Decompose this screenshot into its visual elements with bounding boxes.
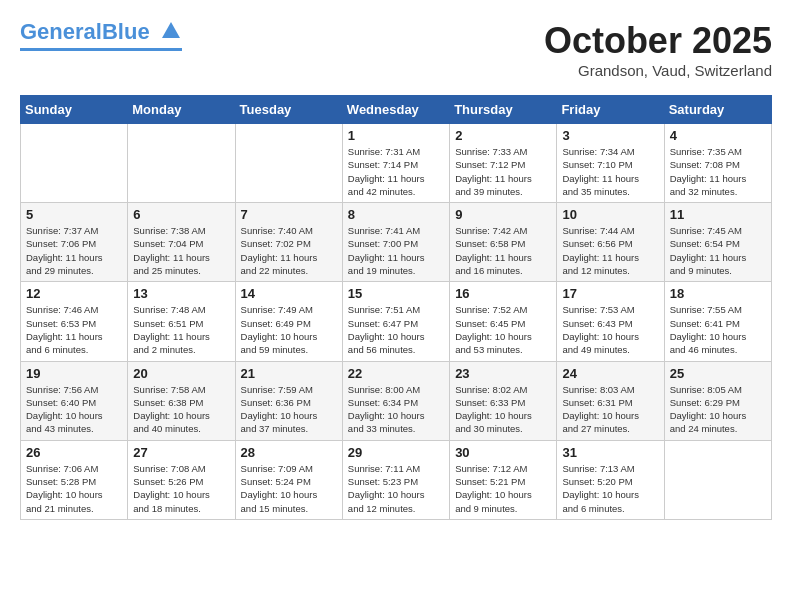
day-info: Sunrise: 8:05 AMSunset: 6:29 PMDaylight:… [670,383,766,436]
calendar-cell: 24Sunrise: 8:03 AMSunset: 6:31 PMDayligh… [557,361,664,440]
day-info: Sunrise: 8:03 AMSunset: 6:31 PMDaylight:… [562,383,658,436]
calendar-cell: 1Sunrise: 7:31 AMSunset: 7:14 PMDaylight… [342,124,449,203]
day-info: Sunrise: 7:59 AMSunset: 6:36 PMDaylight:… [241,383,337,436]
day-header-wednesday: Wednesday [342,96,449,124]
title-area: October 2025 Grandson, Vaud, Switzerland [544,20,772,79]
calendar-week-5: 26Sunrise: 7:06 AMSunset: 5:28 PMDayligh… [21,440,772,519]
day-header-tuesday: Tuesday [235,96,342,124]
day-info: Sunrise: 7:09 AMSunset: 5:24 PMDaylight:… [241,462,337,515]
day-number: 21 [241,366,337,381]
day-number: 26 [26,445,122,460]
day-info: Sunrise: 7:52 AMSunset: 6:45 PMDaylight:… [455,303,551,356]
calendar-cell: 17Sunrise: 7:53 AMSunset: 6:43 PMDayligh… [557,282,664,361]
calendar-cell: 25Sunrise: 8:05 AMSunset: 6:29 PMDayligh… [664,361,771,440]
day-number: 12 [26,286,122,301]
day-number: 1 [348,128,444,143]
logo-icon [160,20,182,42]
calendar-cell: 11Sunrise: 7:45 AMSunset: 6:54 PMDayligh… [664,203,771,282]
day-info: Sunrise: 7:45 AMSunset: 6:54 PMDaylight:… [670,224,766,277]
calendar-week-2: 5Sunrise: 7:37 AMSunset: 7:06 PMDaylight… [21,203,772,282]
calendar-cell: 6Sunrise: 7:38 AMSunset: 7:04 PMDaylight… [128,203,235,282]
calendar-table: SundayMondayTuesdayWednesdayThursdayFrid… [20,95,772,520]
day-info: Sunrise: 7:37 AMSunset: 7:06 PMDaylight:… [26,224,122,277]
calendar-cell [128,124,235,203]
day-number: 15 [348,286,444,301]
day-info: Sunrise: 7:53 AMSunset: 6:43 PMDaylight:… [562,303,658,356]
day-number: 10 [562,207,658,222]
day-header-thursday: Thursday [450,96,557,124]
calendar-cell: 23Sunrise: 8:02 AMSunset: 6:33 PMDayligh… [450,361,557,440]
day-number: 24 [562,366,658,381]
day-number: 22 [348,366,444,381]
calendar-cell [664,440,771,519]
day-number: 16 [455,286,551,301]
calendar-week-1: 1Sunrise: 7:31 AMSunset: 7:14 PMDaylight… [21,124,772,203]
calendar-cell: 30Sunrise: 7:12 AMSunset: 5:21 PMDayligh… [450,440,557,519]
day-number: 14 [241,286,337,301]
day-info: Sunrise: 7:38 AMSunset: 7:04 PMDaylight:… [133,224,229,277]
calendar-cell [21,124,128,203]
day-info: Sunrise: 7:58 AMSunset: 6:38 PMDaylight:… [133,383,229,436]
calendar-cell: 14Sunrise: 7:49 AMSunset: 6:49 PMDayligh… [235,282,342,361]
day-info: Sunrise: 8:00 AMSunset: 6:34 PMDaylight:… [348,383,444,436]
day-info: Sunrise: 7:46 AMSunset: 6:53 PMDaylight:… [26,303,122,356]
day-number: 3 [562,128,658,143]
day-info: Sunrise: 7:33 AMSunset: 7:12 PMDaylight:… [455,145,551,198]
day-number: 29 [348,445,444,460]
month-title: October 2025 [544,20,772,62]
calendar-cell: 19Sunrise: 7:56 AMSunset: 6:40 PMDayligh… [21,361,128,440]
logo-underline [20,48,182,51]
day-info: Sunrise: 7:41 AMSunset: 7:00 PMDaylight:… [348,224,444,277]
day-info: Sunrise: 7:31 AMSunset: 7:14 PMDaylight:… [348,145,444,198]
day-header-sunday: Sunday [21,96,128,124]
day-number: 11 [670,207,766,222]
svg-marker-0 [162,22,180,38]
day-number: 6 [133,207,229,222]
day-info: Sunrise: 7:11 AMSunset: 5:23 PMDaylight:… [348,462,444,515]
day-number: 9 [455,207,551,222]
day-info: Sunrise: 7:08 AMSunset: 5:26 PMDaylight:… [133,462,229,515]
day-number: 19 [26,366,122,381]
day-info: Sunrise: 7:40 AMSunset: 7:02 PMDaylight:… [241,224,337,277]
calendar-cell: 28Sunrise: 7:09 AMSunset: 5:24 PMDayligh… [235,440,342,519]
logo: GeneralBlue [20,20,182,51]
day-info: Sunrise: 7:55 AMSunset: 6:41 PMDaylight:… [670,303,766,356]
day-number: 17 [562,286,658,301]
day-info: Sunrise: 7:56 AMSunset: 6:40 PMDaylight:… [26,383,122,436]
day-number: 2 [455,128,551,143]
calendar-cell: 18Sunrise: 7:55 AMSunset: 6:41 PMDayligh… [664,282,771,361]
day-number: 5 [26,207,122,222]
calendar-cell: 31Sunrise: 7:13 AMSunset: 5:20 PMDayligh… [557,440,664,519]
calendar-cell: 13Sunrise: 7:48 AMSunset: 6:51 PMDayligh… [128,282,235,361]
day-info: Sunrise: 7:12 AMSunset: 5:21 PMDaylight:… [455,462,551,515]
day-number: 27 [133,445,229,460]
day-info: Sunrise: 7:34 AMSunset: 7:10 PMDaylight:… [562,145,658,198]
calendar-cell: 8Sunrise: 7:41 AMSunset: 7:00 PMDaylight… [342,203,449,282]
page-header: GeneralBlue October 2025 Grandson, Vaud,… [20,20,772,79]
day-number: 18 [670,286,766,301]
day-number: 8 [348,207,444,222]
logo-blue: Blue [102,19,150,44]
calendar-cell: 15Sunrise: 7:51 AMSunset: 6:47 PMDayligh… [342,282,449,361]
calendar-cell: 10Sunrise: 7:44 AMSunset: 6:56 PMDayligh… [557,203,664,282]
calendar-header-row: SundayMondayTuesdayWednesdayThursdayFrid… [21,96,772,124]
day-info: Sunrise: 7:13 AMSunset: 5:20 PMDaylight:… [562,462,658,515]
day-header-friday: Friday [557,96,664,124]
calendar-cell: 22Sunrise: 8:00 AMSunset: 6:34 PMDayligh… [342,361,449,440]
calendar-week-4: 19Sunrise: 7:56 AMSunset: 6:40 PMDayligh… [21,361,772,440]
day-info: Sunrise: 7:35 AMSunset: 7:08 PMDaylight:… [670,145,766,198]
calendar-cell: 5Sunrise: 7:37 AMSunset: 7:06 PMDaylight… [21,203,128,282]
day-info: Sunrise: 7:42 AMSunset: 6:58 PMDaylight:… [455,224,551,277]
day-info: Sunrise: 7:06 AMSunset: 5:28 PMDaylight:… [26,462,122,515]
day-info: Sunrise: 8:02 AMSunset: 6:33 PMDaylight:… [455,383,551,436]
day-info: Sunrise: 7:49 AMSunset: 6:49 PMDaylight:… [241,303,337,356]
location: Grandson, Vaud, Switzerland [544,62,772,79]
calendar-cell: 3Sunrise: 7:34 AMSunset: 7:10 PMDaylight… [557,124,664,203]
logo-general: General [20,19,102,44]
day-info: Sunrise: 7:48 AMSunset: 6:51 PMDaylight:… [133,303,229,356]
calendar-cell: 9Sunrise: 7:42 AMSunset: 6:58 PMDaylight… [450,203,557,282]
day-header-monday: Monday [128,96,235,124]
day-number: 25 [670,366,766,381]
day-number: 31 [562,445,658,460]
calendar-cell: 20Sunrise: 7:58 AMSunset: 6:38 PMDayligh… [128,361,235,440]
